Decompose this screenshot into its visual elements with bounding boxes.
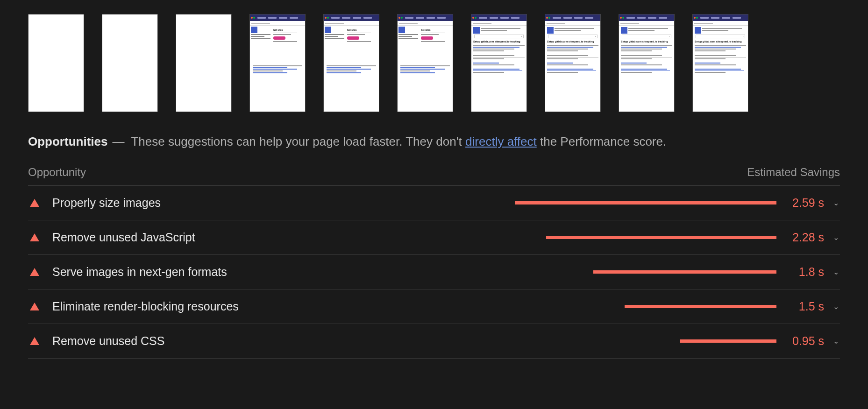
warning-triangle-icon (30, 268, 39, 276)
filmstrip-frame: Setup gitlab.com sitespeed.io tracking (619, 14, 675, 112)
directly-affect-link[interactable]: directly affect (465, 134, 537, 148)
filmstrip-frame: Setup gitlab.com sitespeed.io tracking (692, 14, 748, 112)
warning-triangle-icon (30, 303, 39, 310)
opportunities-column-header: Opportunity Estimated Savings (28, 166, 840, 186)
savings-bar (680, 339, 776, 343)
filmstrip: Set sitesSet sitesSet sitesSetup gitlab.… (28, 14, 840, 112)
filmstrip-frame: Set sites (323, 14, 379, 112)
chevron-down-icon[interactable]: ⌄ (832, 268, 840, 276)
opportunity-row[interactable]: Properly size images2.59 s⌄ (28, 186, 840, 220)
filmstrip-frame: Setup gitlab.com sitespeed.io tracking (545, 14, 601, 112)
opportunity-row[interactable]: Remove unused JavaScript2.28 s⌄ (28, 220, 840, 255)
chevron-down-icon[interactable]: ⌄ (832, 233, 840, 242)
warning-triangle-icon (30, 337, 39, 345)
opportunities-desc: — These suggestions can help your page l… (112, 134, 666, 149)
opportunities-list: Properly size images2.59 s⌄Remove unused… (28, 186, 840, 359)
opportunity-label: Remove unused CSS (52, 334, 164, 348)
opportunity-label: Properly size images (52, 196, 161, 210)
warning-triangle-icon (30, 233, 39, 241)
filmstrip-frame (28, 14, 84, 112)
savings-bar (515, 201, 776, 204)
opportunity-savings: 1.8 s (782, 265, 824, 279)
chevron-down-icon[interactable]: ⌄ (832, 198, 840, 207)
opportunity-label: Remove unused JavaScript (52, 231, 195, 244)
opportunity-savings: 0.95 s (782, 334, 824, 348)
opportunity-row[interactable]: Remove unused CSS0.95 s⌄ (28, 324, 840, 359)
filmstrip-frame: Setup gitlab.com sitespeed.io tracking (471, 14, 527, 112)
opportunity-row[interactable]: Eliminate render-blocking resources1.5 s… (28, 289, 840, 324)
filmstrip-frame: Set sites (397, 14, 453, 112)
savings-bar (625, 305, 776, 308)
opportunity-savings: 2.28 s (782, 231, 824, 244)
opportunities-header: Opportunities — These suggestions can he… (28, 134, 840, 149)
opportunity-savings: 1.5 s (782, 300, 824, 313)
opportunity-label: Eliminate render-blocking resources (52, 300, 239, 313)
chevron-down-icon[interactable]: ⌄ (832, 302, 840, 311)
opportunity-label: Serve images in next-gen formats (52, 265, 227, 279)
col-opportunity: Opportunity (28, 166, 86, 179)
savings-bar (546, 236, 776, 239)
warning-triangle-icon (30, 199, 39, 207)
savings-bar-track (505, 236, 776, 239)
savings-bar-track (505, 339, 776, 343)
filmstrip-frame: Set sites (249, 14, 306, 112)
savings-bar-track (505, 270, 776, 274)
savings-bar (593, 270, 776, 274)
chevron-down-icon[interactable]: ⌄ (832, 337, 840, 346)
filmstrip-frame (102, 14, 158, 112)
savings-bar-track (505, 201, 776, 204)
opportunities-title: Opportunities (28, 134, 107, 149)
opportunity-savings: 2.59 s (782, 196, 824, 210)
savings-bar-track (505, 305, 776, 308)
filmstrip-frame (176, 14, 232, 112)
opportunity-row[interactable]: Serve images in next-gen formats1.8 s⌄ (28, 255, 840, 289)
col-savings: Estimated Savings (747, 166, 840, 179)
